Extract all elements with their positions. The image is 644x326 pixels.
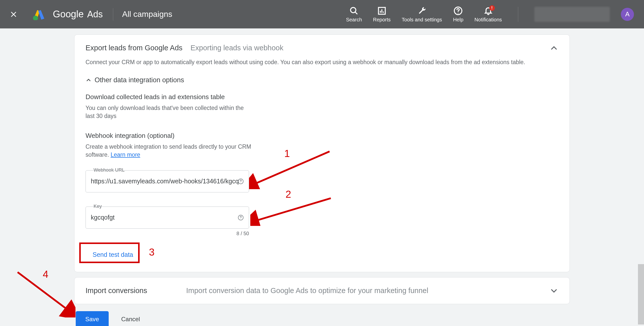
svg-point-14 [240, 219, 241, 219]
svg-point-12 [240, 182, 241, 183]
tools-label: Tools and settings [402, 17, 442, 22]
import-conversions-desc: Import conversion data to Google Ads to … [186, 287, 428, 295]
card-subtitle: Exporting leads via webhook [190, 44, 283, 52]
header-divider-right [518, 7, 518, 22]
bell-icon: ! [484, 6, 493, 15]
help-button[interactable]: Help [453, 6, 463, 22]
annotation-box-3 [79, 242, 140, 263]
google-ads-logo-icon [32, 9, 46, 20]
user-avatar[interactable]: A [621, 8, 634, 21]
svg-line-4 [355, 12, 357, 14]
wrench-icon [417, 6, 426, 15]
header-divider [113, 8, 113, 21]
other-options-toggle[interactable]: Other data integration options [86, 76, 558, 84]
expand-card-button[interactable] [549, 286, 558, 295]
import-conversions-card[interactable]: Import conversions Import conversion dat… [74, 277, 570, 304]
annotation-arrow-1 [249, 149, 335, 189]
svg-point-10 [458, 13, 459, 13]
logo-google-text: Google [53, 9, 84, 20]
annotation-arrow-2 [250, 196, 336, 226]
help-icon[interactable] [238, 215, 244, 221]
card-description: Connect your CRM or app to automatically… [86, 58, 558, 66]
reports-label: Reports [373, 17, 391, 22]
action-button-row: Save Cancel [74, 311, 570, 326]
annotation-number-2: 2 [286, 189, 291, 200]
other-options-title: Other data integration options [95, 76, 184, 84]
key-input-wrap[interactable] [86, 207, 249, 229]
search-icon [349, 6, 358, 15]
card-title-row: Export leads from Google Ads Exporting l… [86, 44, 558, 52]
notifications-button[interactable]: ! Notifications [474, 6, 502, 22]
card-title: Export leads from Google Ads [86, 44, 182, 52]
notification-badge: ! [489, 5, 495, 11]
close-icon[interactable] [10, 11, 17, 18]
svg-line-16 [255, 198, 331, 221]
reports-button[interactable]: Reports [373, 6, 391, 22]
download-heading: Download collected leads in ad extension… [86, 93, 558, 101]
account-info-blurred[interactable] [534, 7, 610, 22]
reports-icon [377, 6, 386, 15]
app-header: Google Ads All campaigns Search Reports … [0, 0, 644, 28]
download-desc: You can only download leads that've been… [86, 104, 247, 120]
annotation-number-3: 3 [149, 247, 154, 258]
search-label: Search [346, 17, 362, 22]
search-button[interactable]: Search [346, 6, 362, 22]
key-char-count: 8 / 50 [86, 231, 249, 236]
import-conversions-title: Import conversions [86, 287, 186, 295]
chevron-up-icon [86, 77, 92, 83]
logo-ads-text: Ads [87, 9, 103, 20]
webhook-url-input[interactable] [91, 178, 244, 185]
help-icon[interactable] [238, 178, 244, 184]
header-actions: Search Reports Tools and settings Help ! [346, 0, 634, 28]
scrollbar-thumb[interactable] [638, 264, 644, 324]
tools-button[interactable]: Tools and settings [402, 6, 442, 22]
webhook-heading: Webhook integration (optional) [86, 132, 558, 140]
annotation-number-4: 4 [43, 269, 48, 280]
annotation-number-1: 1 [284, 148, 290, 159]
help-label: Help [453, 17, 463, 22]
help-icon [454, 6, 463, 15]
collapse-card-button[interactable] [549, 44, 558, 53]
webhook-url-input-wrap[interactable] [86, 170, 249, 192]
svg-point-3 [351, 7, 356, 13]
save-button[interactable]: Save [76, 311, 109, 326]
key-input[interactable] [91, 214, 244, 221]
cancel-button[interactable]: Cancel [116, 311, 145, 326]
learn-more-link[interactable]: Learn more [111, 151, 140, 158]
svg-line-15 [254, 151, 330, 184]
breadcrumb-all-campaigns[interactable]: All campaigns [122, 10, 172, 19]
webhook-desc: Create a webhook integration to send lea… [86, 143, 252, 159]
notifications-label: Notifications [474, 17, 502, 22]
